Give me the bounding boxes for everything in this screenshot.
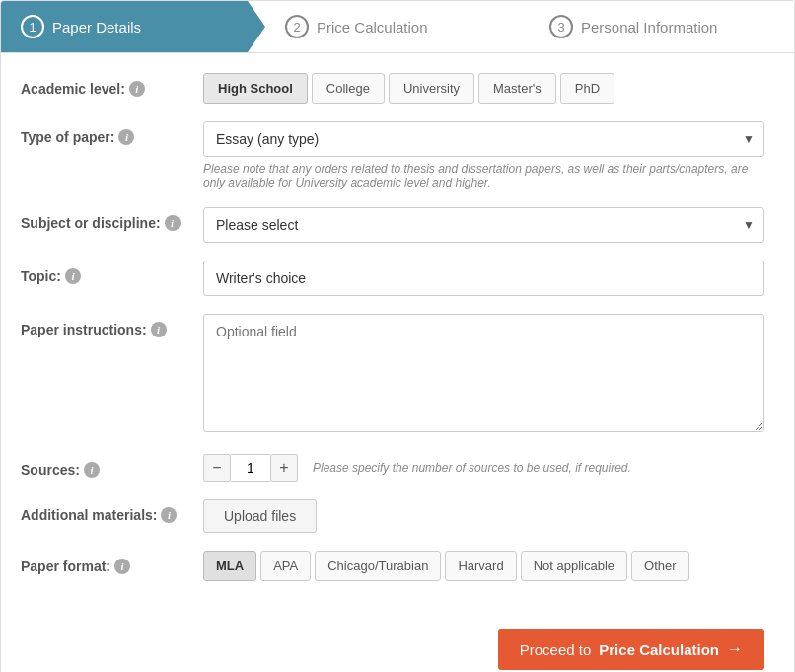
academic-level-btn-college[interactable]: College — [312, 73, 385, 104]
sources-row: Sources: i − + Please specify the number… — [21, 454, 764, 482]
paper-format-control: MLA APA Chicago/Turabian Harvard Not app… — [203, 551, 764, 581]
paper-format-row: Paper format: i MLA APA Chicago/Turabian… — [21, 551, 764, 581]
topic-control — [203, 261, 764, 296]
topic-row: Topic: i — [21, 261, 764, 296]
subject-select[interactable]: Please select — [203, 207, 764, 243]
academic-level-btn-university[interactable]: University — [389, 73, 474, 104]
format-btn-apa[interactable]: APA — [260, 551, 311, 581]
form-area: Academic level: i High School College Un… — [1, 53, 794, 619]
academic-level-btn-highschool[interactable]: High School — [203, 73, 308, 104]
step-3-label: Personal Information — [581, 19, 717, 36]
step-personal-information[interactable]: 3 Personal Information — [530, 1, 794, 52]
proceed-label-text: Proceed to — [520, 641, 592, 658]
form-footer: Proceed to Price Calculation → — [1, 619, 794, 672]
instructions-row: Paper instructions: i — [21, 314, 764, 436]
subject-label: Subject or discipline: i — [21, 207, 203, 231]
step-header: 1 Paper Details 2 Price Calculation 3 Pe… — [1, 1, 794, 53]
step-paper-details[interactable]: 1 Paper Details — [1, 1, 265, 52]
academic-level-info-icon[interactable]: i — [129, 81, 145, 97]
type-of-paper-info-icon[interactable]: i — [118, 129, 134, 145]
step-3-number: 3 — [549, 15, 573, 38]
type-of-paper-select[interactable]: Essay (any type) Research Paper Term Pap… — [203, 121, 764, 157]
step-1-label: Paper Details — [52, 19, 141, 36]
topic-info-icon[interactable]: i — [65, 268, 81, 284]
subject-select-wrapper: Please select ▼ — [203, 207, 764, 243]
instructions-textarea[interactable] — [203, 314, 764, 432]
topic-label: Topic: i — [21, 261, 203, 284]
sources-info-icon[interactable]: i — [84, 462, 100, 478]
paper-format-btn-group: MLA APA Chicago/Turabian Harvard Not app… — [203, 551, 764, 581]
upload-files-button[interactable]: Upload files — [203, 499, 317, 533]
sources-stepper: − + Please specify the number of sources… — [203, 454, 764, 482]
instructions-label: Paper instructions: i — [21, 314, 203, 337]
type-of-paper-control: Essay (any type) Research Paper Term Pap… — [203, 121, 764, 189]
subject-info-icon[interactable]: i — [165, 215, 181, 231]
academic-level-btn-masters[interactable]: Master's — [478, 73, 556, 104]
format-btn-chicago[interactable]: Chicago/Turabian — [315, 551, 441, 581]
sources-control: − + Please specify the number of sources… — [203, 454, 764, 482]
proceed-button[interactable]: Proceed to Price Calculation → — [498, 629, 764, 670]
sources-label: Sources: i — [21, 454, 203, 478]
proceed-arrow-icon: → — [727, 640, 743, 658]
step-1-number: 1 — [21, 15, 44, 38]
format-btn-harvard[interactable]: Harvard — [445, 551, 516, 581]
additional-materials-info-icon[interactable]: i — [161, 507, 177, 523]
instructions-control — [203, 314, 764, 436]
academic-level-btn-phd[interactable]: PhD — [560, 73, 614, 104]
paper-format-label: Paper format: i — [21, 551, 203, 574]
type-of-paper-select-wrapper: Essay (any type) Research Paper Term Pap… — [203, 121, 764, 157]
type-of-paper-label: Type of paper: i — [21, 121, 203, 145]
proceed-bold-text: Price Calculation — [599, 641, 719, 658]
step-2-number: 2 — [285, 15, 309, 38]
format-btn-other[interactable]: Other — [631, 551, 689, 581]
paper-format-info-icon[interactable]: i — [114, 559, 130, 574]
sources-value-input[interactable] — [231, 454, 270, 482]
sources-decrement-button[interactable]: − — [203, 454, 231, 482]
additional-materials-row: Additional materials: i Upload files — [21, 499, 764, 533]
step-price-calculation[interactable]: 2 Price Calculation — [265, 1, 530, 52]
sources-note: Please specify the number of sources to … — [313, 461, 631, 475]
step-2-label: Price Calculation — [317, 19, 428, 36]
sources-increment-button[interactable]: + — [270, 454, 298, 482]
academic-level-control: High School College University Master's … — [203, 73, 764, 104]
topic-input[interactable] — [203, 261, 764, 296]
academic-level-btn-group: High School College University Master's … — [203, 73, 764, 104]
academic-level-label: Academic level: i — [21, 73, 203, 97]
additional-materials-control: Upload files — [203, 499, 764, 533]
type-of-paper-row: Type of paper: i Essay (any type) Resear… — [21, 121, 764, 189]
type-of-paper-note: Please note that any orders related to t… — [203, 162, 764, 189]
format-btn-not-applicable[interactable]: Not applicable — [521, 551, 627, 581]
instructions-info-icon[interactable]: i — [151, 322, 167, 337]
format-btn-mla[interactable]: MLA — [203, 551, 256, 581]
subject-row: Subject or discipline: i Please select ▼ — [21, 207, 764, 243]
subject-control: Please select ▼ — [203, 207, 764, 243]
academic-level-row: Academic level: i High School College Un… — [21, 73, 764, 104]
additional-materials-label: Additional materials: i — [21, 499, 203, 523]
